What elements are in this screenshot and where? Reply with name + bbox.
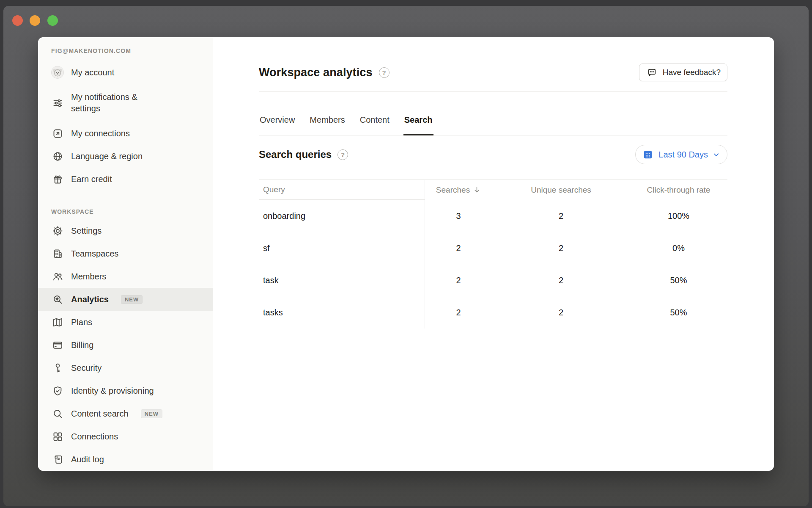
unique-searches-cell: 2 (492, 243, 630, 253)
analytics-main-pane: Workspace analytics ? Have feedback? Ove… (213, 37, 774, 471)
sidebar-item-label: Analytics (71, 294, 109, 305)
column-header-click-through-rate[interactable]: Click-through rate (630, 185, 727, 195)
sidebar-item-label: Language & region (71, 151, 143, 162)
searches-cell: 2 (425, 276, 492, 285)
column-header-searches[interactable]: Searches (425, 185, 492, 195)
sliders-icon (51, 97, 64, 109)
sidebar-item-label: Security (71, 362, 102, 374)
avatar (51, 66, 64, 79)
gear-icon (51, 224, 64, 237)
building-icon (51, 247, 64, 260)
click-through-rate-cell: 0% (630, 243, 727, 253)
have-feedback-label: Have feedback? (663, 68, 721, 77)
sort-descending-icon (473, 186, 481, 194)
query-cell: task (259, 276, 425, 285)
sidebar-item-my-notifications-settings[interactable]: My notifications & settings (38, 84, 213, 122)
query-cell: sf (259, 243, 425, 253)
column-header-query[interactable]: Query (259, 180, 425, 200)
click-through-rate-cell: 100% (630, 211, 727, 221)
sidebar-item-analytics[interactable]: AnalyticsNEW (38, 288, 213, 311)
arrow-up-right-square-icon (51, 127, 64, 140)
query-cell: tasks (259, 308, 425, 318)
tab-content[interactable]: Content (359, 92, 390, 135)
gift-icon (51, 173, 64, 185)
key-icon (51, 362, 64, 374)
sidebar-item-connections[interactable]: Connections (38, 425, 213, 448)
sidebar-item-teamspaces[interactable]: Teamspaces (38, 242, 213, 265)
workspace-section-label: WORKSPACE (51, 208, 213, 215)
sidebar-item-settings[interactable]: Settings (38, 219, 213, 242)
account-items-list: My accountMy notifications & settingsMy … (38, 61, 213, 190)
table-row: onboarding32100% (259, 200, 727, 232)
date-range-label: Last 90 Days (658, 150, 708, 160)
column-header-unique-searches[interactable]: Unique searches (492, 185, 630, 195)
magnifier-icon (51, 407, 64, 420)
searches-cell: 2 (425, 308, 492, 318)
sidebar-item-language-region[interactable]: Language & region (38, 145, 213, 168)
sidebar-item-earn-credit[interactable]: Earn credit (38, 168, 213, 190)
workspace-items-list: SettingsTeamspacesMembersAnalyticsNEWPla… (38, 219, 213, 471)
magnifier-sparkle-icon (51, 293, 64, 306)
date-range-dropdown[interactable]: Last 90 Days (635, 145, 727, 164)
have-feedback-button[interactable]: Have feedback? (639, 64, 727, 81)
unique-searches-cell: 2 (492, 211, 630, 221)
column-header-label: Unique searches (531, 185, 591, 194)
page-header: Workspace analytics ? Have feedback? (259, 37, 727, 81)
window-maximize-button[interactable] (47, 15, 58, 26)
section-header-row: Search queries ? Last 90 Days (259, 145, 727, 164)
table-body: onboarding32100%sf220%task2250%tasks2250… (259, 200, 727, 329)
window-minimize-button[interactable] (30, 15, 40, 26)
sidebar-item-label: Content search (71, 408, 129, 420)
credit-card-icon (51, 339, 64, 351)
sidebar-item-plans[interactable]: Plans (38, 311, 213, 334)
sidebar-item-my-connections[interactable]: My connections (38, 122, 213, 145)
table-row: tasks2250% (259, 296, 727, 329)
sidebar-item-label: My notifications & settings (71, 91, 163, 114)
sidebar-item-billing[interactable]: Billing (38, 334, 213, 356)
globe-icon (51, 150, 64, 163)
chat-bubble-icon (646, 66, 658, 79)
column-header-label: Click-through rate (647, 185, 710, 194)
tab-members[interactable]: Members (309, 92, 346, 135)
sidebar-item-label: Earn credit (71, 174, 112, 185)
sidebar-item-security[interactable]: Security (38, 356, 213, 379)
sidebar-item-audit-log[interactable]: Audit log (38, 448, 213, 471)
analytics-tab-bar: OverviewMembersContentSearch (259, 92, 727, 135)
shield-check-icon (51, 384, 64, 397)
sidebar-item-label: Identity & provisioning (71, 385, 154, 397)
table-column-divider (425, 180, 425, 329)
sidebar-item-identity-provisioning[interactable]: Identity & provisioning (38, 379, 213, 402)
sidebar-item-label: My account (71, 67, 114, 78)
page-title: Workspace analytics (259, 66, 373, 79)
sidebar-item-label: Plans (71, 317, 92, 328)
table-row: task2250% (259, 264, 727, 296)
sidebar-item-members[interactable]: Members (38, 265, 213, 288)
search-queries-help-icon[interactable]: ? (337, 149, 348, 160)
tab-overview[interactable]: Overview (259, 92, 296, 135)
map-icon (51, 316, 64, 329)
sidebar-item-my-account[interactable]: My account (38, 61, 213, 84)
query-cell: onboarding (259, 211, 425, 221)
calendar-icon (642, 148, 654, 161)
sidebar-item-label: Billing (71, 340, 93, 351)
account-email: FIG@MAKENOTION.COM (51, 47, 213, 55)
window-close-button[interactable] (12, 15, 23, 26)
new-badge: NEW (141, 409, 162, 418)
sidebar-item-content-search[interactable]: Content searchNEW (38, 402, 213, 425)
chevron-down-icon (712, 151, 720, 159)
workspace-analytics-help-icon[interactable]: ? (379, 67, 390, 78)
sidebar-item-label: Teamspaces (71, 248, 118, 260)
search-queries-table: QuerySearchesUnique searchesClick-throug… (259, 179, 727, 329)
unique-searches-cell: 2 (492, 276, 630, 285)
column-header-label: Query (263, 185, 285, 194)
people-icon (51, 270, 64, 283)
column-header-label: Searches (436, 185, 470, 195)
searches-cell: 3 (425, 211, 492, 221)
sidebar-item-label: Connections (71, 431, 118, 442)
sidebar-item-label: Members (71, 271, 106, 282)
settings-dialog: FIG@MAKENOTION.COM My accountMy notifica… (38, 37, 774, 471)
sidebar-item-label: Audit log (71, 454, 104, 465)
unique-searches-cell: 2 (492, 308, 630, 318)
grid-icon (51, 430, 64, 443)
tab-search[interactable]: Search (403, 92, 433, 135)
